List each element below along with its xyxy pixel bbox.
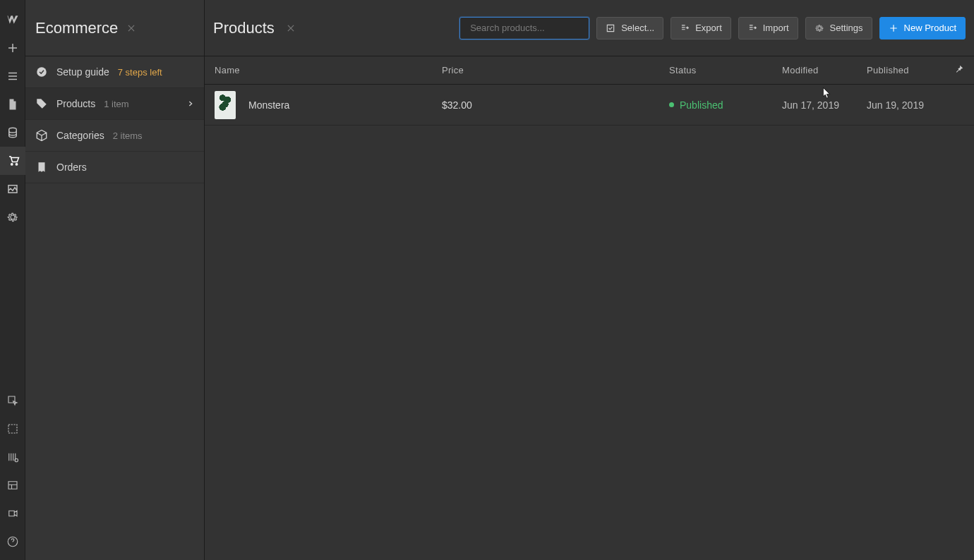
tool-video-icon[interactable] <box>0 499 25 528</box>
row-modified: Jun 17, 2019 <box>782 99 867 111</box>
cms-icon[interactable] <box>0 118 25 147</box>
sidebar-item-label: Orders <box>56 162 87 173</box>
sidebar-item-meta: 1 item <box>104 99 128 109</box>
table-header: Name Price Status Modified Published <box>205 56 974 85</box>
tool-audit-icon[interactable] <box>0 443 25 471</box>
row-status: Published <box>669 99 782 111</box>
search-input-wrapper[interactable] <box>459 17 589 39</box>
gear-icon <box>814 23 824 33</box>
import-icon <box>747 23 757 33</box>
row-name: Monstera <box>248 99 442 111</box>
tool-select-icon[interactable] <box>0 415 25 443</box>
row-published: Jun 19, 2019 <box>867 99 951 111</box>
panel-title: Ecommerce <box>35 19 118 37</box>
button-label: Export <box>695 23 722 33</box>
help-icon[interactable] <box>0 528 25 556</box>
tool-click-icon[interactable] <box>0 386 25 415</box>
navigator-icon[interactable] <box>0 62 25 90</box>
status-dot-icon <box>669 102 674 107</box>
panel-header: Ecommerce <box>25 0 204 56</box>
col-name[interactable]: Name <box>215 65 442 75</box>
add-icon[interactable] <box>0 34 25 62</box>
assets-icon[interactable] <box>0 175 25 203</box>
select-icon <box>606 23 615 33</box>
pages-icon[interactable] <box>0 90 25 118</box>
sidebar-item-label: Categories <box>56 130 104 141</box>
ecommerce-panel: Ecommerce Setup guide 7 steps left Produ… <box>25 0 205 560</box>
ecommerce-icon[interactable] <box>0 147 25 175</box>
chevron-right-icon <box>187 99 194 109</box>
search-input[interactable] <box>470 23 589 33</box>
setup-steps-left: 7 steps left <box>118 67 162 78</box>
sidebar-item-orders[interactable]: Orders <box>25 152 204 183</box>
left-rail <box>0 0 25 560</box>
check-circle-icon <box>35 66 48 78</box>
table-body: Monstera $32.00 Published Jun 17, 2019 J… <box>205 85 974 560</box>
sidebar-item-setup-guide[interactable]: Setup guide 7 steps left <box>25 56 204 88</box>
button-label: Import <box>763 23 789 33</box>
main-header: Products Select... Export Import Setting… <box>205 0 974 56</box>
sidebar-item-categories[interactable]: Categories 2 items <box>25 120 204 152</box>
status-text: Published <box>680 99 723 111</box>
sidebar-item-products[interactable]: Products 1 item <box>25 88 204 120</box>
main-panel: Products Select... Export Import Setting… <box>205 0 974 560</box>
pin-icon[interactable] <box>954 64 964 76</box>
sidebar-item-label: Setup guide <box>56 66 109 78</box>
col-status[interactable]: Status <box>669 65 782 75</box>
export-icon <box>680 23 690 33</box>
tool-layout-icon[interactable] <box>0 471 25 499</box>
row-price: $32.00 <box>442 99 669 111</box>
svg-point-3 <box>37 67 47 77</box>
col-price[interactable]: Price <box>442 65 669 75</box>
tag-icon <box>35 97 48 110</box>
box-icon <box>35 129 48 142</box>
button-label: Settings <box>830 23 863 33</box>
main-title: Products <box>213 19 275 37</box>
plus-icon <box>889 23 898 33</box>
settings-button[interactable]: Settings <box>805 17 872 39</box>
settings-gear-icon[interactable] <box>0 203 25 231</box>
new-product-button[interactable]: New Product <box>879 17 966 39</box>
col-modified[interactable]: Modified <box>782 65 867 75</box>
button-label: Select... <box>621 23 654 33</box>
webflow-logo-icon[interactable] <box>0 6 25 34</box>
table-row[interactable]: Monstera $32.00 Published Jun 17, 2019 J… <box>205 85 974 126</box>
import-button[interactable]: Import <box>738 17 798 39</box>
sidebar-item-meta: 2 items <box>113 130 143 141</box>
col-published[interactable]: Published <box>867 65 951 75</box>
svg-rect-0 <box>8 425 17 433</box>
product-thumbnail <box>215 91 236 119</box>
sidebar-item-label: Products <box>56 98 95 109</box>
export-button[interactable]: Export <box>671 17 731 39</box>
select-button[interactable]: Select... <box>596 17 663 39</box>
button-label: New Product <box>904 23 956 33</box>
receipt-icon <box>35 161 48 174</box>
panel-close-icon[interactable] <box>125 22 138 35</box>
main-close-icon[interactable] <box>284 22 297 35</box>
